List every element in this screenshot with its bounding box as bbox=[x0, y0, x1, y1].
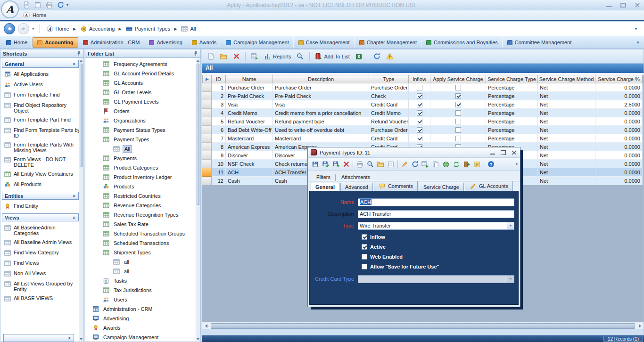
folder-item-product-categories[interactable]: Product Categories bbox=[85, 163, 200, 172]
sync-button[interactable] bbox=[452, 159, 461, 170]
ribbon-tab-committee-management[interactable]: Committee Management bbox=[503, 37, 576, 48]
new-button[interactable] bbox=[206, 52, 216, 61]
description-field[interactable]: ACH Transfer bbox=[358, 210, 514, 218]
sidebar-item-all-base-views[interactable]: All BASE VIEWS bbox=[0, 293, 83, 304]
tab-comments[interactable]: Comments bbox=[374, 181, 418, 191]
delete-button[interactable] bbox=[231, 52, 241, 61]
refresh-button[interactable] bbox=[410, 159, 420, 170]
column-header-description[interactable]: Description bbox=[273, 75, 369, 83]
open-button[interactable] bbox=[376, 159, 385, 170]
type-dropdown[interactable]: Wire Transfer bbox=[358, 222, 514, 230]
sidebar-item-form-template-find[interactable]: Form Template Find bbox=[0, 90, 83, 100]
section-header-entities[interactable]: Entities« bbox=[2, 192, 79, 200]
delete-button[interactable] bbox=[341, 159, 351, 170]
folder-item-all[interactable]: all bbox=[85, 257, 200, 267]
folder-item-gl-accounts[interactable]: GL Accounts bbox=[85, 78, 200, 88]
open-button[interactable] bbox=[218, 52, 229, 61]
print-button[interactable] bbox=[355, 159, 364, 170]
breadcrumb-overflow-icon[interactable]: ▾ bbox=[632, 26, 640, 31]
sidebar-item-all-products[interactable]: All Products bbox=[0, 179, 83, 190]
save-close-button[interactable] bbox=[321, 159, 330, 170]
forward-button[interactable] bbox=[18, 23, 29, 34]
folder-item-all[interactable]: all bbox=[85, 267, 200, 276]
table-row-refund-voucher[interactable]: 5Refund VoucherRefund payment typeRefund… bbox=[202, 117, 643, 126]
folder-item-products[interactable]: Products bbox=[85, 182, 200, 191]
ribbon-tab-case-management[interactable]: Case Management bbox=[294, 37, 355, 48]
folder-item-frequency-agreements[interactable]: Frequency Agreements bbox=[85, 59, 200, 69]
ribbon-tab-campaign-management[interactable]: Campaign Management bbox=[222, 37, 293, 48]
folder-item-payments[interactable]: Payments bbox=[85, 154, 200, 163]
tab-gl-accounts[interactable]: GL Accounts bbox=[465, 181, 513, 191]
addlist-button[interactable]: Add To List bbox=[314, 52, 351, 61]
column-header-service_charge_method[interactable]: Service Charge Method bbox=[538, 75, 595, 83]
minimize-button[interactable] bbox=[605, 2, 613, 8]
name-field[interactable]: ACH bbox=[358, 198, 514, 206]
sidebar-item-all-entity-view-containers[interactable]: All Entity View Containers bbox=[0, 169, 83, 179]
row-selector[interactable] bbox=[202, 143, 212, 151]
column-header-type[interactable]: Type bbox=[369, 75, 409, 83]
tab-general[interactable]: General bbox=[311, 183, 339, 191]
save-button[interactable] bbox=[310, 159, 320, 170]
folder-item-organizations[interactable]: Organizations bbox=[85, 116, 200, 125]
folder-item-revenue-recognition-types[interactable]: Revenue Recognition Types bbox=[85, 210, 200, 220]
save-new-button[interactable] bbox=[331, 159, 340, 170]
folder-item-shipment-types[interactable]: Shipment Types bbox=[85, 248, 200, 257]
scroll-down-icon[interactable] bbox=[79, 337, 83, 341]
pin-icon[interactable] bbox=[76, 51, 81, 56]
folder-item-scheduled-transactions[interactable]: Scheduled Transactions bbox=[85, 238, 200, 248]
row-selector[interactable] bbox=[202, 83, 212, 92]
dialog-maximize-button[interactable] bbox=[500, 150, 506, 155]
sidebar-item-find-view-category[interactable]: Find View Category bbox=[0, 248, 83, 258]
sidebar-item-all-baseline-admin-views[interactable]: All Baseline Admin Views bbox=[0, 237, 83, 248]
folder-item-advertising[interactable]: Advertising bbox=[85, 314, 200, 323]
folder-item-sales-tax-rate[interactable]: Sales Tax Rate bbox=[85, 220, 200, 229]
tab-attachments[interactable]: Attachments bbox=[337, 174, 375, 181]
refresh-button[interactable] bbox=[372, 52, 382, 61]
row-selector[interactable] bbox=[202, 126, 212, 134]
horizontal-scrollbar[interactable] bbox=[202, 322, 644, 329]
row-selector[interactable] bbox=[202, 168, 212, 177]
folder-item-revenue-categories[interactable]: Revenue Categories bbox=[85, 201, 200, 210]
toolbar-overflow-icon[interactable]: ▾ bbox=[516, 162, 518, 166]
scroll-right-icon[interactable] bbox=[636, 322, 644, 330]
table-row-visa[interactable]: 3VisaVisaCredit CardPercentageNet2.5000 bbox=[202, 100, 643, 109]
scrollbar-thumb[interactable] bbox=[197, 64, 199, 205]
web-button[interactable] bbox=[441, 159, 451, 170]
help-button[interactable]: ? bbox=[486, 159, 495, 170]
table-row-bad-debt-write-off[interactable]: 6Bad Debt Write-OffUsed to write-off ove… bbox=[202, 126, 643, 134]
folder-item-orders[interactable]: Orders bbox=[85, 106, 200, 116]
breadcrumb-item-all[interactable]: All bbox=[179, 24, 198, 33]
new-button[interactable] bbox=[22, 1, 31, 9]
folder-item-gl-order-levels[interactable]: GL Order Levels bbox=[85, 88, 200, 97]
folder-item-tasks[interactable]: Tasks bbox=[85, 276, 200, 285]
home-tab[interactable]: Home bbox=[33, 12, 46, 18]
column-header-id[interactable]: ID bbox=[212, 75, 226, 83]
folder-item-payment-status-types[interactable]: Payment Status Types bbox=[85, 125, 200, 135]
table-row-credit-memo[interactable]: 4Credit MemoCredit memo from a prior can… bbox=[202, 109, 643, 117]
ribbon-tab-chapter-management[interactable]: Chapter Management bbox=[355, 37, 421, 48]
edit-button[interactable] bbox=[400, 159, 409, 170]
row-selector[interactable] bbox=[202, 92, 212, 100]
folder-item-product-inventory-ledger[interactable]: Product Inventory Ledger bbox=[85, 172, 200, 182]
folder-item-scheduled-transaction-groups[interactable]: Scheduled Transaction Groups bbox=[85, 229, 200, 238]
scroll-up-icon[interactable] bbox=[79, 58, 83, 63]
close-button[interactable] bbox=[634, 2, 641, 8]
column-header-sel[interactable] bbox=[202, 75, 212, 83]
table-row-purchase-order[interactable]: 1Purchase OrderPurchase OrderPurchase Or… bbox=[202, 83, 643, 92]
table-row-pre-paid-check[interactable]: 2Pre-Paid CheckPre-Paid CheckCheckPercen… bbox=[202, 92, 643, 100]
row-selector[interactable] bbox=[202, 160, 212, 168]
maximize-button[interactable] bbox=[619, 2, 627, 8]
scroll-up-icon[interactable] bbox=[196, 58, 200, 63]
collapsed-section-header[interactable]: « bbox=[3, 334, 74, 342]
scroll-left-icon[interactable] bbox=[202, 322, 210, 330]
scrollbar-thumb[interactable] bbox=[80, 64, 83, 167]
find-button[interactable] bbox=[365, 159, 375, 170]
folder-item-users[interactable]: Users bbox=[85, 295, 200, 304]
row-selector[interactable] bbox=[202, 177, 212, 185]
form-button[interactable] bbox=[386, 159, 396, 170]
form-button[interactable] bbox=[33, 1, 42, 9]
folder-item-gl-account-period-details[interactable]: GL Account Period Details bbox=[85, 69, 200, 78]
quick-access-dropdown-icon[interactable]: ▾ bbox=[66, 1, 71, 9]
warning-button[interactable] bbox=[385, 52, 395, 61]
column-header-inflow[interactable]: Inflow bbox=[409, 75, 430, 83]
